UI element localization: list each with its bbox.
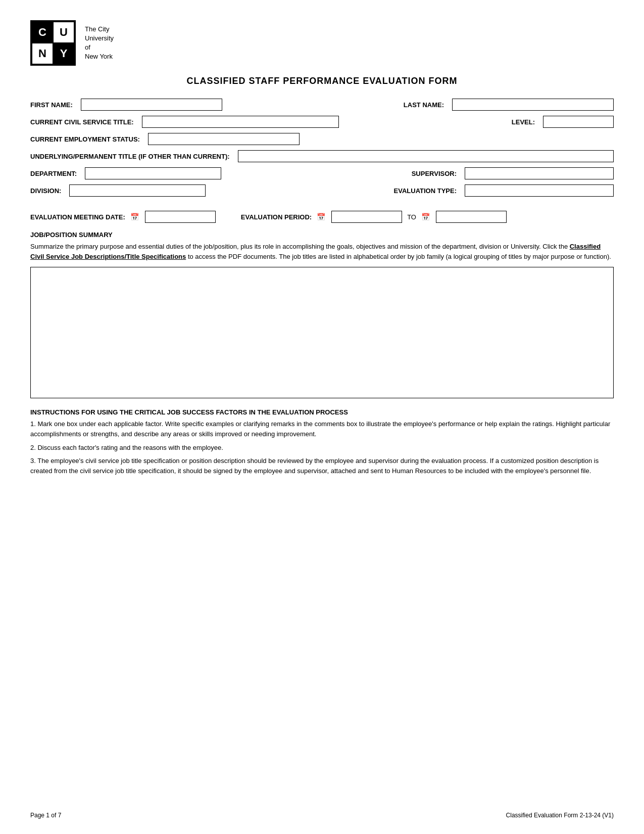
form-title: CLASSIFIED STAFF PERFORMANCE EVALUATION … xyxy=(30,76,614,86)
date-row: EVALUATION MEETING DATE: 📅 EVALUATION PE… xyxy=(30,211,614,223)
first-name-input[interactable] xyxy=(81,99,222,111)
level-label: LEVEL: xyxy=(512,118,535,126)
instructions-section: INSTRUCTIONS FOR USING THE CRITICAL JOB … xyxy=(30,408,614,476)
supervisor-label: SUPERVISOR: xyxy=(412,170,457,177)
meeting-date-input[interactable] xyxy=(145,211,216,223)
department-label: DEPARTMENT: xyxy=(30,170,77,177)
calendar-icon-2: 📅 xyxy=(317,213,325,221)
instruction-para-1: 1. Mark one box under each applicable fa… xyxy=(30,419,614,439)
evaluation-type-label: EVALUATION TYPE: xyxy=(394,187,457,195)
calendar-icon-3: 📅 xyxy=(421,213,430,221)
logo-grid: C U N Y xyxy=(30,20,76,66)
supervisor-input[interactable] xyxy=(465,167,614,179)
employment-status-label: CURRENT EMPLOYMENT STATUS: xyxy=(30,135,140,143)
instructions-title: INSTRUCTIONS FOR USING THE CRITICAL JOB … xyxy=(30,408,614,416)
form-info: Classified Evaluation Form 2-13-24 (V1) xyxy=(506,812,614,819)
underlying-title-input[interactable] xyxy=(238,150,614,162)
instruction-para-3: 3. The employee's civil service job titl… xyxy=(30,456,614,476)
civil-service-row: CURRENT CIVIL SERVICE TITLE: LEVEL: xyxy=(30,116,614,128)
instruction-para-2: 2. Discuss each factor's rating and the … xyxy=(30,443,614,453)
evaluation-type-input[interactable] xyxy=(465,184,614,197)
employment-status-row: CURRENT EMPLOYMENT STATUS: xyxy=(30,133,614,145)
logo-line3: of xyxy=(85,43,114,52)
logo-line1: The City xyxy=(85,25,114,34)
to-label: to xyxy=(407,213,416,221)
division-input[interactable] xyxy=(69,184,206,197)
logo-cell-y: Y xyxy=(53,43,74,64)
logo-box: C U N Y xyxy=(30,20,76,66)
civil-service-input[interactable] xyxy=(142,116,339,128)
logo-line4: New York xyxy=(85,52,114,61)
period-start-input[interactable] xyxy=(331,211,402,223)
civil-service-label: CURRENT CIVIL SERVICE TITLE: xyxy=(30,118,134,126)
last-name-label: LAST NAME: xyxy=(404,101,444,109)
division-label: DIVISION: xyxy=(30,187,61,195)
logo-cell-u: U xyxy=(53,22,74,43)
instructions-text: 1. Mark one box under each applicable fa… xyxy=(30,419,614,476)
logo-cell-c: C xyxy=(32,22,53,43)
job-summary-textarea[interactable] xyxy=(30,267,614,398)
logo-section: C U N Y The City University of New York xyxy=(30,20,614,66)
page-info: Page 1 of 7 xyxy=(30,812,61,819)
page: C U N Y The City University of New York … xyxy=(0,0,644,834)
underlying-title-row: UNDERLYING/PERMANENT TITLE (If other tha… xyxy=(30,150,614,162)
division-evaltype-row: DIVISION: EVALUATION TYPE: xyxy=(30,184,614,197)
name-row: FIRST NAME: LAST NAME: xyxy=(30,99,614,111)
period-label: EVALUATION PERIOD: xyxy=(241,213,312,221)
job-summary-text2: to access the PDF documents. The job tit… xyxy=(186,253,611,260)
meeting-date-label: EVALUATION MEETING DATE: xyxy=(30,213,125,221)
underlying-title-label: UNDERLYING/PERMANENT TITLE (If other tha… xyxy=(30,153,230,160)
calendar-icon-1: 📅 xyxy=(130,213,139,221)
department-input[interactable] xyxy=(85,167,221,179)
last-name-input[interactable] xyxy=(452,99,614,111)
job-summary-desc: Summarize the primary purpose and essent… xyxy=(30,242,614,262)
dept-supervisor-row: DEPARTMENT: SUPERVISOR: xyxy=(30,167,614,179)
level-input[interactable] xyxy=(543,116,614,128)
logo-line2: University xyxy=(85,34,114,43)
page-footer: Page 1 of 7 Classified Evaluation Form 2… xyxy=(0,812,644,819)
job-summary-text1: Summarize the primary purpose and essent… xyxy=(30,243,570,250)
first-name-label: FIRST NAME: xyxy=(30,101,73,109)
employment-status-input[interactable] xyxy=(148,133,300,145)
job-summary-section: JOB/POSITION SUMMARY Summarize the prima… xyxy=(30,231,614,398)
logo-cell-n: N xyxy=(32,43,53,64)
logo-text: The City University of New York xyxy=(85,25,114,62)
period-end-input[interactable] xyxy=(436,211,507,223)
job-summary-title: JOB/POSITION SUMMARY xyxy=(30,231,614,239)
